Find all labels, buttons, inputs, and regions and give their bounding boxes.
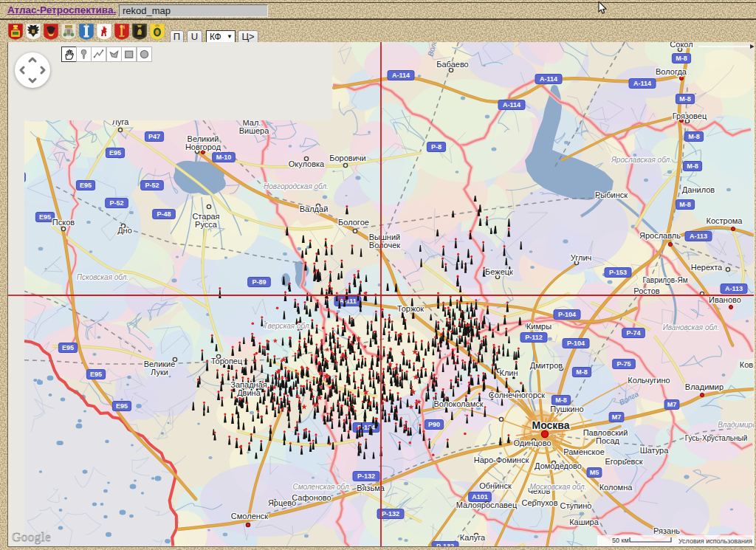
svg-text:Р-52: Р-52	[145, 182, 159, 189]
svg-text:А-114: А-114	[503, 101, 520, 109]
svg-text:50 км: 50 км	[612, 537, 629, 544]
svg-text:Торжок: Торжок	[397, 304, 425, 313]
svg-text:Иваново: Иваново	[709, 295, 741, 304]
svg-text:Наро-Фоминск: Наро-Фоминск	[474, 456, 529, 464]
svg-text:Е95: Е95	[62, 344, 74, 351]
svg-text:Данилов: Данилов	[682, 185, 715, 194]
svg-text:Р-89: Р-89	[252, 278, 266, 286]
svg-text:Владимирская: Владимирская	[718, 421, 754, 429]
svg-text:Боровичи: Боровичи	[329, 154, 365, 162]
svg-text:Луки: Луки	[151, 368, 168, 377]
svg-text:Ивановская обл.: Ивановская обл.	[663, 323, 720, 331]
svg-text:Рязань: Рязань	[653, 526, 680, 535]
svg-text:М-8: М-8	[576, 368, 588, 376]
svg-text:Р-52: Р-52	[109, 199, 123, 207]
svg-text:Домодедово: Домодедово	[535, 461, 582, 470]
svg-text:Ярославская обл.: Ярославская обл.	[611, 156, 672, 164]
svg-text:Посад: Посад	[596, 436, 620, 445]
svg-text:Псков: Псков	[52, 218, 75, 227]
svg-text:Р-104: Р-104	[558, 311, 576, 318]
svg-text:М5: М5	[590, 469, 599, 476]
svg-text:Солнечногорск: Солнечногорск	[489, 391, 545, 399]
svg-text:Коломна: Коломна	[599, 483, 633, 492]
svg-text:Владимир: Владимир	[685, 382, 724, 391]
svg-text:Гаврилов-Ям: Гаврилов-Ям	[642, 276, 687, 284]
svg-text:Новгородская обл.: Новгородская обл.	[264, 182, 329, 190]
svg-text:Р-8: Р-8	[431, 143, 441, 151]
svg-text:Грязовец: Грязовец	[673, 111, 707, 120]
svg-text:Углич: Углич	[571, 253, 592, 262]
svg-text:Шатура: Шатура	[640, 446, 670, 455]
svg-text:Условия использования: Условия использования	[678, 537, 752, 545]
svg-text:Р-74: Р-74	[626, 329, 640, 337]
svg-text:Русса: Русса	[195, 220, 218, 229]
svg-text:Дно: Дно	[117, 226, 132, 235]
svg-text:Бежецк: Бежецк	[485, 267, 513, 276]
svg-text:Е95: Е95	[116, 402, 128, 410]
svg-text:Тверская обл.: Тверская обл.	[264, 322, 312, 330]
svg-text:Калуга: Калуга	[460, 533, 486, 542]
svg-text:Бологое: Бологое	[338, 218, 369, 227]
svg-text:Окуловка: Окуловка	[289, 159, 325, 168]
svg-text:Торопец: Торопец	[211, 357, 243, 365]
svg-text:Сафоново: Сафоново	[292, 493, 331, 502]
svg-text:Р90: Р90	[428, 421, 440, 428]
svg-text:Пушкино: Пушкино	[550, 405, 583, 413]
svg-text:Ступино: Ступино	[560, 501, 592, 510]
svg-text:Дмитров: Дмитров	[530, 361, 563, 370]
svg-text:М-8: М-8	[679, 95, 691, 103]
svg-text:Р-75: Р-75	[616, 360, 630, 368]
svg-text:Смоленская обл.: Смоленская обл.	[293, 483, 351, 491]
svg-text:Р47: Р47	[148, 133, 160, 140]
svg-text:Вишера: Вишера	[239, 126, 270, 135]
svg-text:Е95: Е95	[109, 149, 121, 157]
svg-text:М-10: М-10	[216, 154, 232, 161]
svg-text:А-114: А-114	[633, 80, 651, 87]
svg-text:Р-132: Р-132	[382, 510, 399, 518]
svg-text:М-8: М-8	[688, 133, 700, 140]
svg-text:Ростов: Ростов	[633, 286, 660, 295]
svg-text:Серпухов: Серпухов	[522, 498, 558, 507]
svg-text:Нерехта: Нерехта	[691, 263, 723, 272]
svg-text:Е95: Е95	[80, 182, 92, 189]
svg-text:А-113: А-113	[725, 285, 743, 292]
svg-text:А-113: А-113	[690, 233, 707, 240]
svg-text:Р-132: Р-132	[357, 472, 375, 480]
svg-text:Рыбинск: Рыбинск	[595, 190, 628, 199]
svg-text:Гусь-Хрустальный: Гусь-Хрустальный	[685, 434, 748, 442]
svg-text:Двина: Двина	[237, 388, 261, 397]
svg-text:Смоленск: Смоленск	[231, 512, 268, 520]
svg-text:М-8: М-8	[679, 201, 691, 208]
svg-text:Клин: Клин	[499, 368, 518, 377]
svg-text:М-8: М-8	[555, 396, 567, 404]
svg-text:Раменское: Раменское	[563, 447, 605, 456]
svg-text:М7: М7	[612, 413, 622, 421]
svg-text:Кострома: Кострома	[707, 216, 743, 225]
svg-text:Ковров: Ковров	[740, 360, 754, 369]
svg-text:Московская обл.: Московская обл.	[530, 483, 587, 491]
svg-text:Сокол: Сокол	[670, 42, 693, 49]
svg-text:Кашира: Кашира	[569, 518, 599, 526]
svg-text:Р-132: Р-132	[436, 543, 454, 546]
svg-text:А-114: А-114	[392, 72, 410, 79]
svg-text:Волочек: Волочек	[369, 241, 400, 250]
svg-text:Обнинск: Обнинск	[479, 481, 512, 490]
svg-text:А-114: А-114	[540, 75, 557, 83]
svg-text:Кимры: Кимры	[526, 322, 551, 331]
svg-text:Псковская обл.: Псковская обл.	[77, 273, 128, 281]
svg-text:М-8: М-8	[687, 162, 698, 170]
svg-text:Р-153: Р-153	[609, 269, 627, 276]
svg-text:Р-104: Р-104	[567, 340, 585, 347]
svg-text:Малоярославец: Малоярославец	[456, 501, 518, 509]
svg-text:Егорьевск: Егорьевск	[605, 457, 642, 466]
svg-text:Р-112: Р-112	[525, 334, 543, 341]
svg-text:Ярославль: Ярославль	[639, 231, 681, 240]
svg-text:М-8: М-8	[676, 55, 687, 62]
svg-text:Е95: Е95	[90, 371, 102, 378]
svg-text:Е95: Е95	[39, 213, 51, 221]
svg-text:Бабаево: Бабаево	[436, 60, 468, 69]
svg-text:Москва: Москва	[532, 419, 569, 431]
svg-text:Р-48: Р-48	[157, 210, 171, 218]
svg-text:Кольчугино: Кольчугино	[628, 376, 670, 385]
svg-text:А101: А101	[472, 493, 488, 501]
